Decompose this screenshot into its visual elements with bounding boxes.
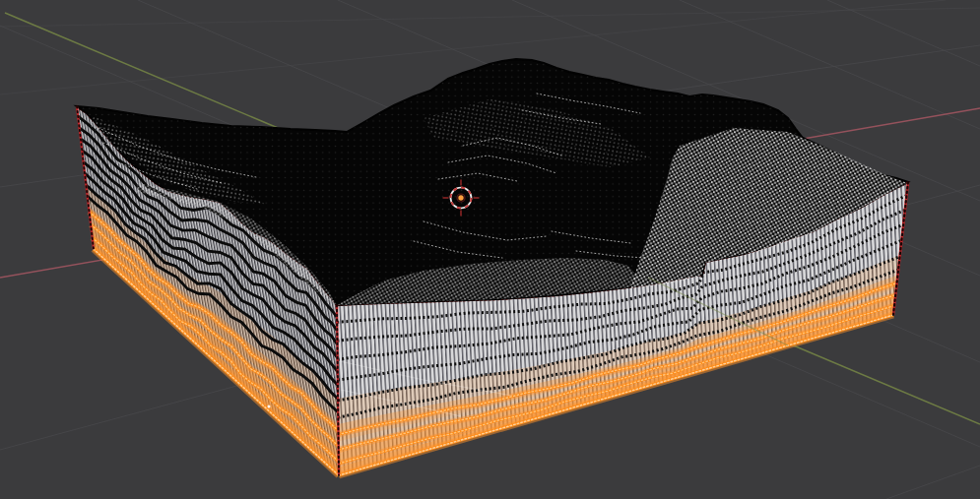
3d-cursor-center: [458, 195, 463, 200]
viewport-canvas[interactable]: [0, 0, 980, 499]
stray-vertex[interactable]: [268, 405, 271, 408]
blender-3d-viewport[interactable]: [0, 0, 980, 499]
